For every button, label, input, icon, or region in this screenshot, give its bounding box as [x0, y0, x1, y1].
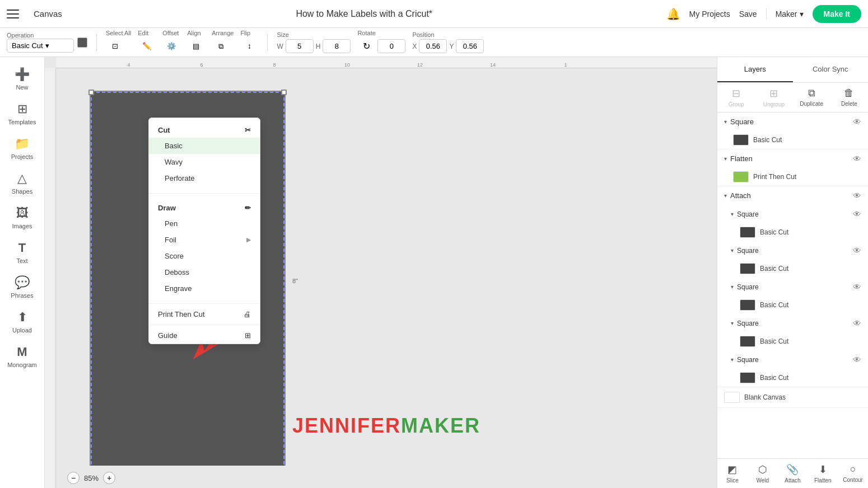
- my-projects-button[interactable]: My Projects: [689, 10, 730, 18]
- chevron-down-icon: ▾: [45, 41, 49, 50]
- y-input[interactable]: [456, 39, 484, 53]
- save-button[interactable]: Save: [739, 10, 757, 18]
- layer-group-square-1-header[interactable]: ▾ Square 👁: [717, 112, 868, 131]
- menu-item-pen[interactable]: Pen: [149, 215, 260, 232]
- tab-color-sync[interactable]: Color Sync: [793, 57, 869, 82]
- sidebar-item-upload[interactable]: ⬆ Upload: [0, 304, 44, 339]
- panel-bottom-toolbar: ◩ Slice ⬡ Weld 📎 Attach ⬇ Flatten ○ Cont…: [717, 458, 868, 488]
- sidebar-item-templates[interactable]: ⊞ Templates: [0, 96, 44, 131]
- flip-button[interactable]: ↕️: [240, 37, 258, 55]
- menu-item-deboss[interactable]: Deboss: [149, 264, 260, 280]
- visibility-icon-sq1[interactable]: 👁: [853, 209, 861, 219]
- visibility-icon-sq2[interactable]: 👁: [853, 246, 861, 255]
- make-it-button[interactable]: Make It: [813, 5, 861, 23]
- height-input[interactable]: [323, 39, 351, 53]
- visibility-icon-flatten[interactable]: 👁: [853, 154, 861, 163]
- delete-button[interactable]: 🗑 Delete: [830, 83, 868, 112]
- weld-icon: ⬡: [758, 463, 767, 476]
- menu-item-print-then-cut[interactable]: Print Then Cut 🖨: [149, 306, 260, 322]
- menu-item-foil[interactable]: Foil ▶: [149, 232, 260, 248]
- visibility-icon-sq5[interactable]: 👁: [853, 355, 861, 364]
- phrases-icon: 💬: [15, 275, 30, 290]
- notification-icon[interactable]: 🔔: [666, 7, 680, 21]
- layer-subgroup-sq1-header[interactable]: ▾ Square 👁: [724, 205, 868, 223]
- right-panel: Layers Color Sync ⊟ Group ⊞ Ungroup ⧉ Du…: [717, 57, 868, 488]
- slice-button[interactable]: ◩ Slice: [717, 459, 748, 488]
- visibility-icon-square-1[interactable]: 👁: [853, 117, 861, 126]
- contour-button[interactable]: ○ Contour: [838, 459, 868, 488]
- visibility-icon-sq4[interactable]: 👁: [853, 318, 861, 328]
- layer-subgroup-sq5-header[interactable]: ▾ Square 👁: [724, 350, 868, 369]
- menu-item-wavy[interactable]: Wavy: [149, 154, 260, 170]
- scissors-icon: ✂: [245, 126, 251, 134]
- layer-group-flatten-header[interactable]: ▾ Flatten 👁: [717, 149, 868, 168]
- maker-selector[interactable]: Maker ▾: [776, 10, 804, 18]
- attach-bottom-button[interactable]: 📎 Attach: [778, 459, 808, 488]
- tab-layers[interactable]: Layers: [717, 57, 793, 82]
- zoom-out-button[interactable]: −: [67, 472, 80, 484]
- w-label: W: [277, 43, 283, 50]
- arrange-button[interactable]: ⧉: [212, 37, 230, 55]
- select-all-group: Select All ⊡: [106, 30, 131, 55]
- layer-item-sq3[interactable]: Basic Cut: [724, 296, 868, 314]
- rotate-icon[interactable]: ↻: [357, 37, 375, 55]
- zoom-in-button[interactable]: +: [103, 472, 115, 484]
- edit-button[interactable]: ✏️: [138, 37, 156, 55]
- layer-group-square-1-label: Square: [730, 118, 754, 126]
- operation-value: Basic Cut: [12, 41, 43, 50]
- ungroup-button[interactable]: ⊞ Ungroup: [755, 83, 792, 112]
- text-icon: T: [18, 241, 26, 255]
- hamburger-button[interactable]: [7, 5, 25, 23]
- draw-section-header: Draw ✏: [149, 200, 260, 215]
- visibility-icon-sq3[interactable]: 👁: [853, 282, 861, 292]
- menu-item-guide[interactable]: Guide ⊞: [149, 327, 260, 344]
- duplicate-button[interactable]: ⧉ Duplicate: [793, 83, 830, 112]
- nav-right: 🔔 My Projects Save Maker ▾ Make It: [666, 5, 861, 23]
- attach-icon: 📎: [786, 463, 799, 476]
- layer-group-attach-header[interactable]: ▾ Attach 👁: [717, 186, 868, 205]
- blank-canvas-item[interactable]: Blank Canvas: [717, 387, 868, 408]
- images-icon: 🖼: [16, 206, 29, 220]
- sidebar-item-images[interactable]: 🖼 Images: [0, 200, 44, 235]
- separator2: [267, 34, 268, 51]
- sidebar-item-phrases[interactable]: 💬 Phrases: [0, 270, 44, 304]
- layer-subgroup-sq2-header[interactable]: ▾ Square 👁: [724, 241, 868, 260]
- menu-item-basic[interactable]: Basic: [149, 138, 260, 154]
- layer-subgroup-sq3-header[interactable]: ▾ Square 👁: [724, 278, 868, 296]
- color-swatch[interactable]: [77, 37, 87, 48]
- layer-item-sq2[interactable]: Basic Cut: [724, 260, 868, 278]
- print-then-cut-label: Print Then Cut: [158, 310, 205, 318]
- rotate-input[interactable]: [377, 39, 405, 53]
- sidebar-item-monogram[interactable]: M Monogram: [0, 339, 44, 374]
- menu-item-engrave[interactable]: Engrave: [149, 280, 260, 297]
- watermark: JENNIFERMAKER: [292, 414, 480, 438]
- sidebar-item-projects[interactable]: 📁 Projects: [0, 131, 44, 166]
- menu-item-score[interactable]: Score: [149, 248, 260, 264]
- layer-label-basic-cut-1: Basic Cut: [753, 136, 782, 144]
- align-button[interactable]: ▤: [187, 37, 205, 55]
- sidebar-item-shapes[interactable]: △ Shapes: [0, 166, 44, 200]
- document-title[interactable]: How to Make Labels with a Cricut*: [71, 9, 657, 19]
- perforate-label: Perforate: [165, 174, 194, 182]
- layer-item-basic-cut-1[interactable]: Basic Cut: [717, 131, 868, 149]
- group-button[interactable]: ⊟ Group: [717, 83, 755, 112]
- projects-icon: 📁: [15, 137, 30, 151]
- visibility-icon-attach[interactable]: 👁: [853, 191, 861, 200]
- layer-item-print-then-cut[interactable]: Print Then Cut: [717, 168, 868, 186]
- layer-item-sq4[interactable]: Basic Cut: [724, 332, 868, 350]
- layer-item-sq5[interactable]: Basic Cut: [724, 369, 868, 387]
- operation-dropdown[interactable]: Basic Cut ▾: [7, 39, 74, 53]
- sidebar-item-text[interactable]: T Text: [0, 235, 44, 270]
- canvas-area[interactable]: 4 6 8 10 12 14 1 8": [45, 57, 717, 488]
- select-all-button[interactable]: ⊡: [106, 37, 124, 55]
- rotate-input-group: ↻: [357, 37, 405, 55]
- sidebar-item-new[interactable]: ➕ New: [0, 62, 44, 96]
- offset-button[interactable]: ⚙️: [162, 37, 180, 55]
- layer-subgroup-sq4-header[interactable]: ▾ Square 👁: [724, 314, 868, 332]
- width-input[interactable]: [286, 39, 314, 53]
- weld-button[interactable]: ⬡ Weld: [748, 459, 778, 488]
- layer-item-sq1[interactable]: Basic Cut: [724, 223, 868, 241]
- flatten-bottom-button[interactable]: ⬇ Flatten: [808, 459, 838, 488]
- x-input[interactable]: [419, 39, 447, 53]
- menu-item-perforate[interactable]: Perforate: [149, 170, 260, 186]
